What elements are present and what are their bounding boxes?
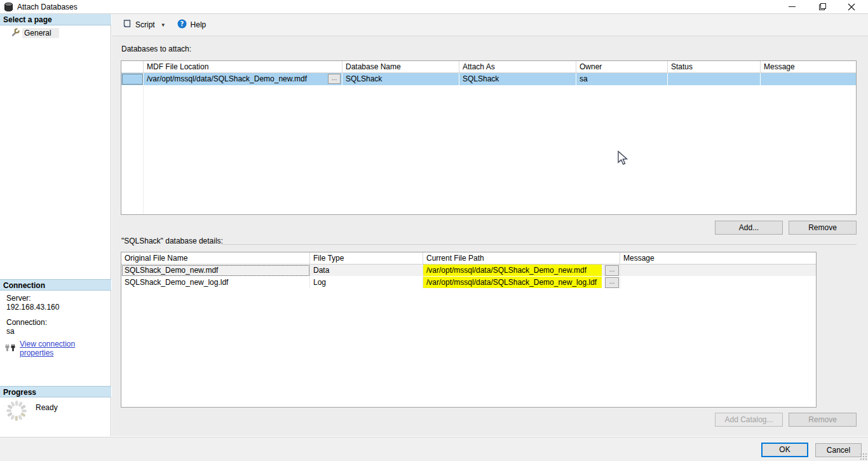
sidebar-item-general[interactable]: General [0, 27, 111, 39]
owner-cell[interactable]: sa [576, 73, 668, 85]
details-table-header: Original File Name File Type Current Fil… [121, 252, 816, 265]
row-selector-cell[interactable] [121, 73, 144, 85]
browse-path-button[interactable]: ... [605, 265, 619, 276]
current-file-path-cell[interactable]: /var/opt/mssql/data/SQLShack_Demo_new.md… [423, 265, 620, 277]
maximize-restore-button[interactable] [811, 0, 834, 13]
column-header-owner: Owner [576, 61, 668, 72]
message-cell [620, 277, 816, 289]
restore-icon [819, 3, 826, 10]
attach-table: MDF File Location Database Name Attach A… [121, 60, 857, 215]
help-label: Help [191, 20, 207, 29]
progress-status: Ready [36, 403, 58, 412]
current-file-path-cell[interactable]: /var/opt/mssql/data/SQLShack_Demo_new_lo… [423, 277, 620, 289]
progress-spinner-icon [5, 399, 28, 424]
table-row[interactable]: SQLShack_Demo_new_log.ldf Log /var/opt/m… [121, 277, 816, 289]
titlebar: Attach Databases [0, 0, 868, 14]
status-cell[interactable] [668, 73, 761, 85]
sidebar: Select a page General Connection Server:… [0, 14, 111, 436]
minimize-button[interactable] [780, 0, 803, 13]
browse-path-button[interactable]: ... [605, 277, 619, 288]
ok-button[interactable]: OK [761, 443, 808, 457]
add-catalog-button[interactable]: Add Catalog... [715, 413, 783, 427]
close-button[interactable] [840, 0, 863, 13]
connection-value: sa [6, 327, 15, 336]
column-header-original-file-name: Original File Name [121, 252, 310, 264]
column-header-attach-as: Attach As [459, 61, 576, 72]
original-file-name-cell: SQLShack_Demo_new_log.ldf [121, 277, 310, 289]
file-type-cell: Log [310, 277, 423, 289]
connection-label: Connection: [6, 318, 47, 327]
attach-table-header: MDF File Location Database Name Attach A… [121, 61, 856, 73]
progress-section-header: Progress [0, 386, 111, 397]
databases-to-attach-label: Databases to attach: [121, 45, 191, 53]
original-file-name-cell: SQLShack_Demo_new.mdf [121, 265, 310, 277]
footer-bar [0, 437, 868, 461]
column-header-message: Message [620, 252, 816, 264]
select-a-page-header: Select a page [0, 14, 111, 25]
help-button[interactable]: ? Help [173, 17, 210, 33]
script-icon [122, 19, 132, 31]
group-divider [221, 244, 857, 245]
server-value: 192.168.43.160 [6, 303, 59, 312]
cancel-button[interactable]: Cancel [815, 443, 862, 457]
remove-catalog-button[interactable]: Remove [789, 413, 857, 427]
sidebar-item-label: General [22, 28, 59, 38]
add-button[interactable]: Add... [715, 221, 783, 235]
column-header-current-file-path: Current File Path [423, 252, 620, 264]
script-label: Script [135, 20, 155, 29]
column-header-mdf-file-location: MDF File Location [144, 61, 342, 72]
svg-text:?: ? [180, 20, 184, 27]
browse-mdf-button[interactable]: ... [328, 74, 341, 84]
plug-icon [5, 343, 16, 354]
database-name-cell[interactable]: SQLShack [342, 73, 459, 85]
window-title: Attach Databases [17, 3, 78, 11]
server-label: Server: [6, 294, 31, 303]
file-type-cell: Data [310, 265, 423, 277]
view-connection-properties-link[interactable]: View connection properties [20, 340, 111, 357]
toolbar: Script ▼ ? Help [112, 14, 868, 36]
database-icon [4, 2, 13, 14]
column-header-file-type: File Type [310, 252, 423, 264]
minimize-icon [789, 6, 796, 7]
message-cell[interactable] [761, 73, 856, 85]
wrench-icon [11, 28, 20, 39]
chevron-down-icon: ▼ [161, 22, 166, 28]
details-table: Original File Name File Type Current Fil… [121, 252, 817, 408]
message-cell [620, 265, 816, 277]
highlighted-path[interactable]: /var/opt/mssql/data/SQLShack_Demo_new.md… [423, 265, 602, 276]
remove-button[interactable]: Remove [789, 221, 857, 235]
table-row[interactable]: /var/opt/mssql/data/SQLShack_Demo_new.md… [121, 73, 856, 85]
close-icon [848, 3, 855, 11]
script-button[interactable]: Script ▼ [118, 17, 170, 33]
resize-grip[interactable] [860, 453, 867, 460]
column-header-database-name: Database Name [342, 61, 459, 72]
attach-as-cell[interactable]: SQLShack [459, 73, 576, 85]
column-header-status: Status [668, 61, 761, 72]
highlighted-path[interactable]: /var/opt/mssql/data/SQLShack_Demo_new_lo… [423, 277, 602, 288]
attach-databases-dialog: Attach Databases Select a page General [0, 0, 868, 461]
column-header-row-selector [121, 61, 144, 72]
column-header-message: Message [761, 61, 856, 72]
database-details-label: "SQLShack" database details: [121, 237, 223, 245]
table-row[interactable]: SQLShack_Demo_new.mdf Data /var/opt/mssq… [121, 265, 816, 277]
help-icon: ? [177, 19, 187, 31]
mdf-file-location-cell[interactable]: /var/opt/mssql/data/SQLShack_Demo_new.md… [144, 73, 342, 85]
connection-section-header: Connection [0, 279, 111, 291]
